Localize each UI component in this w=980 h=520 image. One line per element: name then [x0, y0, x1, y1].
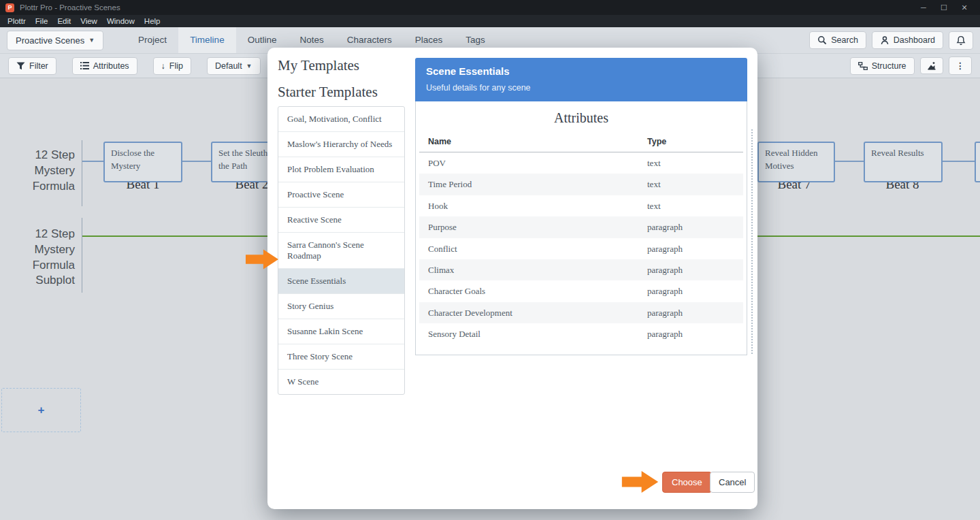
attribute-name: Purpose: [428, 222, 457, 232]
menu-file[interactable]: File: [31, 15, 53, 27]
table-row: Purpose paragraph: [419, 216, 743, 238]
close-button[interactable]: ✕: [954, 0, 975, 15]
attribute-type: text: [647, 179, 661, 190]
scene-card[interactable]: Reveal Results: [864, 142, 943, 182]
attribute-name: Character Goals: [428, 286, 485, 296]
scene-connector-line: [943, 161, 975, 162]
search-icon: [817, 35, 827, 45]
plotline-label-mystery-formula[interactable]: 12 Step Mystery Formula: [19, 148, 75, 194]
dashboard-button[interactable]: Dashboard: [872, 31, 943, 49]
template-item-scene-essentials[interactable]: Scene Essentials: [278, 269, 404, 294]
flip-button[interactable]: ↓ Flip: [153, 57, 191, 75]
plotline-divider-line: [82, 218, 82, 293]
structure-button[interactable]: Structure: [850, 57, 915, 75]
flip-arrow-icon: ↓: [161, 61, 165, 71]
window-controls: ─ ☐ ✕: [913, 0, 975, 15]
attribute-type: text: [647, 158, 661, 169]
table-row: Character Development paragraph: [419, 302, 743, 323]
bell-icon: [956, 35, 966, 46]
template-list: Goal, Motivation, Conflict Maslow's Hier…: [278, 106, 405, 395]
template-item-proactive-scene[interactable]: Proactive Scene: [278, 182, 404, 208]
template-detail-header: Scene Essentials Useful details for any …: [415, 58, 747, 101]
templates-modal: My Templates Starter Templates Goal, Mot…: [267, 48, 757, 509]
attribute-name: Hook: [428, 201, 448, 211]
column-header-name: Name: [428, 137, 451, 146]
menubar: Plottr File Edit View Window Help: [0, 15, 980, 27]
table-row: Hook text: [419, 195, 743, 216]
maximize-button[interactable]: ☐: [934, 0, 954, 15]
menu-help[interactable]: Help: [140, 15, 165, 27]
attributes-table-header: Name Type: [419, 130, 743, 152]
annotation-arrow-choose: [621, 471, 659, 495]
scene-card[interactable]: Disclose the Mystery: [103, 142, 182, 182]
search-button[interactable]: Search: [809, 31, 866, 49]
template-detail-body: Attributes Name Type POV text Time Perio…: [415, 101, 747, 355]
attribute-type: paragraph: [647, 308, 683, 319]
starter-templates-heading: Starter Templates: [278, 84, 378, 101]
scene-connector-line: [182, 161, 211, 162]
menu-edit[interactable]: Edit: [52, 15, 76, 27]
choose-button[interactable]: Choose: [662, 472, 712, 493]
tab-timeline[interactable]: Timeline: [178, 27, 236, 53]
my-templates-heading: My Templates: [278, 57, 359, 74]
chevron-down-icon: ▼: [88, 37, 95, 44]
attribute-name: POV: [428, 158, 446, 168]
export-image-icon: [927, 61, 936, 70]
menu-plottr[interactable]: Plottr: [3, 15, 31, 27]
template-item-story-genius[interactable]: Story Genius: [278, 294, 404, 319]
template-detail-title: Scene Essentials: [426, 65, 736, 77]
scene-card[interactable]: F: [975, 142, 980, 182]
template-item-w-scene[interactable]: W Scene: [278, 370, 404, 394]
window-title: Plottr Pro - Proactive Scenes: [20, 3, 120, 12]
dashboard-button-label: Dashboard: [894, 35, 935, 45]
navbar-right: Search Dashboard: [809, 31, 973, 50]
attributes-table: Name Type POV text Time Period text Hook…: [419, 130, 743, 345]
notifications-button[interactable]: [949, 31, 973, 50]
titlebar: P Plottr Pro - Proactive Scenes ─ ☐ ✕: [0, 0, 980, 15]
attributes-heading: Attributes: [416, 110, 747, 126]
minimize-button[interactable]: ─: [913, 0, 934, 15]
template-detail-panel: Scene Essentials Useful details for any …: [415, 58, 747, 355]
template-item-goal-motivation-conflict[interactable]: Goal, Motivation, Conflict: [278, 107, 404, 132]
attribute-type: paragraph: [647, 222, 683, 233]
project-selector[interactable]: Proactive Scenes ▼: [7, 31, 103, 50]
menu-window[interactable]: Window: [102, 15, 140, 27]
zoom-preset-dropdown[interactable]: Default ▼: [207, 57, 261, 75]
attribute-type: paragraph: [647, 286, 683, 297]
menu-view[interactable]: View: [76, 15, 102, 27]
add-plotline-button[interactable]: +: [1, 388, 81, 432]
cancel-button[interactable]: Cancel: [710, 472, 755, 493]
modal-scrollbar[interactable]: [751, 129, 753, 354]
attribute-name: Time Period: [428, 179, 472, 189]
structure-button-label: Structure: [872, 61, 906, 71]
search-button-label: Search: [831, 35, 858, 45]
tab-project[interactable]: Project: [127, 27, 178, 53]
scene-connector-line: [82, 161, 103, 162]
export-image-button[interactable]: [920, 57, 943, 74]
filter-button-label: Filter: [29, 61, 48, 71]
attribute-type: text: [647, 201, 661, 212]
template-item-plot-problem-evaluation[interactable]: Plot Problem Evaluation: [278, 157, 404, 182]
attributes-button-label: Attributes: [93, 61, 129, 71]
filter-button[interactable]: Filter: [8, 57, 56, 75]
chevron-down-icon: ▼: [246, 63, 252, 69]
person-icon: [880, 35, 889, 45]
column-header-type: Type: [647, 137, 666, 146]
scene-card[interactable]: Reveal Hidden Motives: [757, 142, 835, 182]
attributes-button[interactable]: Attributes: [72, 57, 137, 75]
structure-icon: [858, 62, 868, 70]
attribute-name: Climax: [428, 265, 454, 275]
template-item-susanne-lakin-scene[interactable]: Susanne Lakin Scene: [278, 319, 404, 344]
template-item-maslows-hierarchy[interactable]: Maslow's Hierarchy of Needs: [278, 132, 404, 157]
project-selector-label: Proactive Scenes: [16, 35, 84, 46]
template-detail-subtitle: Useful details for any scene: [426, 83, 736, 93]
template-item-sarra-cannons-scene-roadmap[interactable]: Sarra Cannon's Scene Roadmap: [278, 233, 404, 269]
template-item-reactive-scene[interactable]: Reactive Scene: [278, 208, 404, 233]
toolbar-right: Structure ⋮: [850, 56, 972, 75]
table-row: Character Goals paragraph: [419, 280, 743, 302]
template-item-three-story-scene[interactable]: Three Story Scene: [278, 344, 404, 370]
attribute-name: Conflict: [428, 244, 457, 254]
plotline-label-mystery-subplot[interactable]: 12 Step Mystery Formula Subplot: [19, 227, 75, 289]
more-options-button[interactable]: ⋮: [949, 56, 973, 75]
filter-icon: [16, 62, 25, 70]
